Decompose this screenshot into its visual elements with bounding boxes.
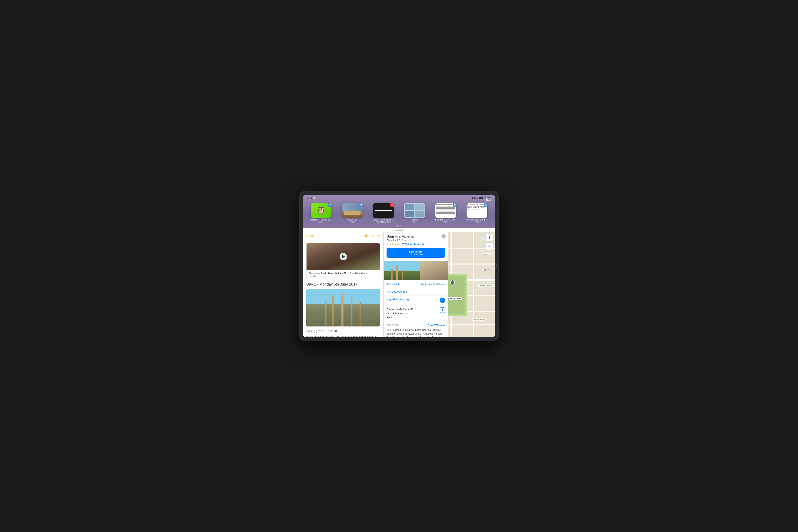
poi-rating-count: (107906) on TripAdvisor (400, 243, 426, 246)
street-v4 (473, 232, 474, 337)
mail-badge (453, 203, 456, 207)
play-button[interactable] (340, 253, 347, 260)
youtube-info: Barcelona, Spain Travel Guide – Must See… (306, 270, 380, 279)
poi-category: Church • 1,024 mi (386, 239, 445, 242)
safari-badge (359, 203, 363, 207)
suggestion-park-guell[interactable]: Park Güell Photo (339, 203, 366, 223)
poi-wiki-section: WIKIPEDIA Open Wikipedia The Sagrada Fam… (384, 322, 448, 337)
map-info-button[interactable]: ℹ (486, 234, 493, 241)
map-label-4: Farmàcia Laguàr... (477, 285, 494, 287)
address-share-icon[interactable]: ⬆ (440, 307, 445, 313)
notes-back-label: Notes (308, 234, 315, 238)
svg-text:♪: ♪ (392, 204, 393, 206)
directions-sub: 16h 44m drive (388, 253, 443, 255)
rhodes-cell-4 (415, 211, 424, 217)
tower-5 (360, 302, 361, 326)
suggestion-thumb-duolingo: 🦉 (311, 203, 331, 218)
poi-photo-main-bg (384, 261, 420, 280)
poi-website[interactable]: sagradafamilia.org (386, 298, 409, 301)
suggestion-name-boarding: Boarding Pass – Out… (435, 218, 456, 221)
map-label-8: Samba Bakery (472, 318, 486, 321)
youtube-text-block: Barcelona, Spain Travel Guide – Must See… (309, 272, 367, 278)
suggestion-thumb-barcelona: Barcelona is a city in Spain. It is the … (467, 203, 487, 218)
suggestion-thumb-eraser: ♪ (373, 203, 394, 218)
note-body-text: If you have time for only one sightseein… (306, 335, 380, 337)
poi-popup: ✕ Sagrada Família Church • 1,024 mi ★★★★… (384, 232, 448, 337)
poi-wiki-header: WIKIPEDIA Open Wikipedia (386, 324, 445, 327)
suggestion-type-boarding: PDF (444, 221, 448, 223)
poi-address-line2: 08013 Barcelona (386, 311, 415, 316)
boarding-line-4 (436, 209, 455, 210)
suggestion-type-park-guell: Photo (350, 221, 355, 223)
suggestion-name-rhodes: Rhodes (411, 218, 418, 221)
play-triangle-icon (342, 255, 345, 258)
note-place-name: La Sagrada Família (306, 329, 380, 333)
music-badge: ♪ (390, 203, 394, 207)
suggestion-rhodes[interactable]: Rhodes Folder (401, 203, 428, 223)
poi-website-row: sagradafamilia.org 🌐 (384, 296, 448, 305)
suggestion-eraser[interactable]: ♪ Eraser – Ed Sheeran… Apple Music Song (370, 203, 397, 223)
main-content: ‹ Notes 🗑 ⬆ ✏ (303, 232, 495, 337)
status-left: iPad 📶 (307, 196, 316, 199)
camera-dot (301, 265, 303, 267)
crane-arm (336, 291, 350, 291)
pagination-dots (397, 225, 401, 226)
map-controls: ℹ ➤ (486, 234, 493, 250)
tower-1 (325, 300, 326, 326)
notes-toolbar-icons: 🗑 ⬆ ✏ (365, 233, 380, 238)
ipad-screen: iPad 📶 100% 14:22 Edit 🦉 (303, 195, 495, 337)
suggestion-duolingo[interactable]: 🦉 Duolingo – Learn Spa… App (308, 203, 335, 223)
poi-photos (384, 261, 448, 280)
device-name: iPad (307, 197, 312, 199)
suggestion-name-duolingo: Duolingo – Learn Spa… (310, 218, 332, 221)
suggestion-name-eraser: Eraser – Ed Sheeran… (373, 218, 394, 221)
dot-inactive (400, 225, 401, 226)
trash-icon[interactable]: 🗑 (365, 234, 368, 238)
suggestion-type-duolingo: App (319, 221, 323, 223)
new-note-icon[interactable]: ✏ (377, 233, 380, 238)
poi-wiki-text: The Sagrada Família (full name Basilica … (386, 328, 445, 337)
share-icon[interactable]: ⬆ (372, 233, 375, 238)
boarding-line-3 (436, 207, 455, 209)
wifi-icon: 📶 (313, 196, 316, 199)
map-label-2: Dalmases (482, 253, 492, 255)
youtube-card[interactable]: Barcelona, Spain Travel Guide – Must See… (306, 243, 380, 279)
crane-1 (336, 291, 336, 302)
youtube-title: Barcelona, Spain Travel Guide – Must See… (309, 272, 367, 275)
suggestion-boarding[interactable]: Boarding Pass – Out… PDF (432, 203, 459, 223)
poi-photo-main (384, 261, 420, 280)
notes-back-button[interactable]: ‹ Notes (306, 234, 315, 238)
youtube-url: youtu.be (309, 275, 367, 278)
suggestion-type-rhodes: Folder (412, 221, 417, 223)
tripadvisor-photos-button[interactable]: Photos on TripAdvisor (421, 283, 445, 286)
map-location-button[interactable]: ➤ (486, 243, 493, 250)
drag-handle-container (303, 228, 495, 232)
note-day-heading: Day 1 - Monday 5th June 2017 (306, 282, 380, 287)
status-right: 100% 14:22 (472, 197, 491, 199)
rhodes-cell-1 (405, 204, 414, 210)
add-photo-button[interactable]: Add a Photo (386, 283, 400, 286)
poi-tower-a (391, 269, 393, 280)
poi-close-button[interactable]: ✕ (441, 234, 446, 239)
suggestion-type-eraser: Apple Music Song (376, 221, 391, 223)
appstore-badge (328, 203, 331, 207)
poi-phone[interactable]: +34 932 080 414 (386, 290, 407, 293)
directions-button[interactable]: Directions 16h 44m drive (386, 248, 445, 258)
poi-tower-b (396, 266, 398, 280)
poi-wiki-link[interactable]: Open Wikipedia (428, 324, 445, 327)
suggestion-barcelona[interactable]: Barcelona is a city in Spain. It is the … (463, 203, 491, 223)
poi-address: Carrer de Mallorca, 401 08013 Barcelona … (386, 307, 415, 320)
notes-content[interactable]: Barcelona, Spain Travel Guide – Must See… (303, 240, 383, 337)
battery-fill (479, 197, 483, 199)
poi-address-line1: Carrer de Mallorca, 401 (386, 307, 415, 311)
tower-3 (341, 293, 343, 326)
poi-stars: ★★★★½ (386, 243, 399, 246)
map-pin-circle (450, 279, 456, 285)
directions-label: Directions (409, 250, 422, 253)
map-label-3: IntraTapia (483, 269, 493, 271)
photo-actions: Add a Photo Photos on TripAdvisor (384, 282, 448, 288)
youtube-chevron-icon: › (377, 273, 378, 277)
tower-4 (350, 297, 353, 326)
status-bar: iPad 📶 100% 14:22 (304, 196, 494, 200)
ipad-frame: iPad 📶 100% 14:22 Edit 🦉 (299, 191, 499, 341)
